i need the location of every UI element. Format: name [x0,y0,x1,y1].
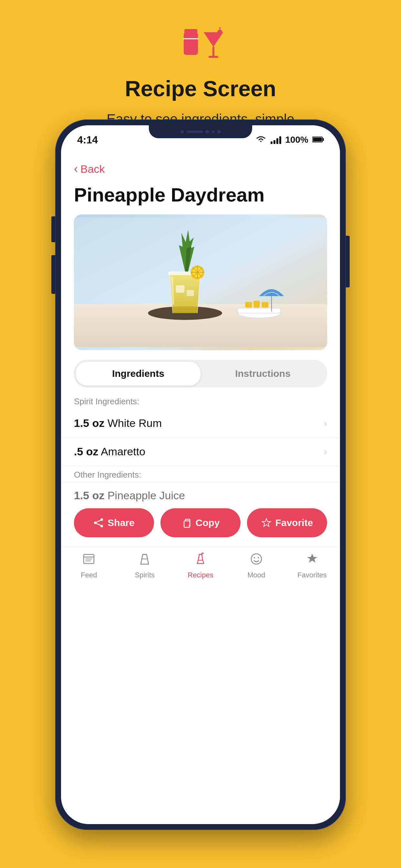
svg-point-41 [251,554,261,564]
nav-recipes-label: Recipes [188,571,213,579]
phone-mockup: 4:14 [55,120,346,830]
svg-point-42 [254,557,255,558]
ingredient-1-text: 1.5 oz White Rum [74,417,162,430]
nav-feed[interactable]: Feed [61,552,117,579]
back-arrow-icon: ‹ [74,162,78,176]
back-navigation[interactable]: ‹ Back [61,154,340,181]
battery-icon [312,135,324,145]
svg-rect-33 [184,521,190,527]
svg-line-31 [96,520,101,522]
nav-mood[interactable]: Mood [228,552,284,579]
svg-rect-26 [253,301,259,307]
nav-feed-label: Feed [81,571,97,579]
wifi-icon [255,134,267,146]
spirits-icon [137,552,152,569]
camera-area [180,130,221,134]
copy-label: Copy [196,517,220,528]
ingredient-2-amount: .5 oz [74,445,98,458]
svg-marker-44 [307,554,317,562]
volume-up-button [51,216,55,242]
svg-marker-34 [262,519,271,526]
signal-icon [271,135,281,144]
partial-ingredient-row[interactable]: 1.5 oz Pineapple Juice [61,483,340,502]
ingredient-row[interactable]: 1.5 oz White Rum › [61,409,340,438]
status-bar: 4:14 [61,125,340,154]
copy-button[interactable]: Copy [160,508,241,537]
nav-favorites-label: Favorites [297,571,327,579]
nav-spirits[interactable]: Spirits [117,552,173,579]
share-icon [93,518,104,528]
favorites-icon [305,552,319,569]
svg-rect-1 [184,29,197,35]
svg-line-32 [96,523,101,525]
volume-down-button [51,255,55,294]
favorite-button[interactable]: Favorite [247,508,327,537]
star-icon [261,518,272,528]
tab-switcher: Ingredients Instructions [74,360,327,388]
nav-recipes[interactable]: Recipes [173,552,228,579]
svg-point-28 [100,518,103,521]
svg-point-6 [217,30,222,35]
svg-rect-9 [322,138,324,141]
share-button[interactable]: Share [74,508,154,537]
copy-icon [181,518,192,528]
ingredient-1-amount: 1.5 oz [74,417,104,429]
phone-frame: 4:14 [55,120,346,830]
ingredient-3-amount: 1.5 oz [74,489,104,501]
ingredient-3-text: 1.5 oz Pineapple Juice [74,489,185,501]
spirit-section-label: Spirit Ingredients: [61,393,340,409]
status-time: 4:14 [77,134,98,146]
nav-favorites[interactable]: Favorites [284,552,340,579]
ingredient-3-name: Pineapple Juice [107,489,185,501]
recipes-icon [193,552,208,569]
share-label: Share [107,517,134,528]
svg-point-43 [258,557,259,558]
back-button[interactable]: Back [81,163,105,175]
page-title: Recipe Screen [0,76,401,101]
svg-point-30 [100,525,103,527]
status-right: 100% [255,134,324,146]
action-buttons: Share Copy Favorite [61,502,340,547]
svg-rect-15 [176,285,185,293]
notch [149,125,252,138]
chevron-right-icon: › [324,446,327,457]
bottom-navigation: Feed Spirits [61,547,340,586]
favorite-label: Favorite [275,517,313,528]
svg-rect-16 [187,290,194,296]
nav-spirits-label: Spirits [135,571,155,579]
tab-ingredients[interactable]: Ingredients [76,362,201,385]
battery-text: 100% [285,135,308,145]
recipe-image [74,214,327,350]
svg-rect-0 [184,32,198,55]
ingredient-row[interactable]: .5 oz Amaretto › [61,438,340,466]
svg-rect-27 [261,302,268,307]
ingredient-2-name: Amaretto [101,445,145,458]
ingredient-2-text: .5 oz Amaretto [74,445,145,458]
nav-mood-label: Mood [247,571,265,579]
ingredient-1-name: White Rum [107,417,162,429]
other-section-label: Other Ingredients: [61,466,340,483]
cocktail-shaker-icon [0,23,401,69]
chevron-right-icon: › [324,418,327,429]
svg-rect-24 [238,308,281,313]
feed-icon [82,552,96,569]
phone-screen: 4:14 [61,125,340,824]
power-button [346,236,350,287]
mood-icon [249,552,264,569]
svg-rect-25 [245,302,252,307]
svg-rect-10 [313,137,322,142]
svg-point-29 [94,522,96,524]
tab-instructions[interactable]: Instructions [201,362,325,385]
svg-rect-4 [212,47,214,56]
app-content: ‹ Back Pineapple Daydream [61,154,340,824]
svg-rect-5 [209,56,218,58]
recipe-title: Pineapple Daydream [61,181,340,214]
